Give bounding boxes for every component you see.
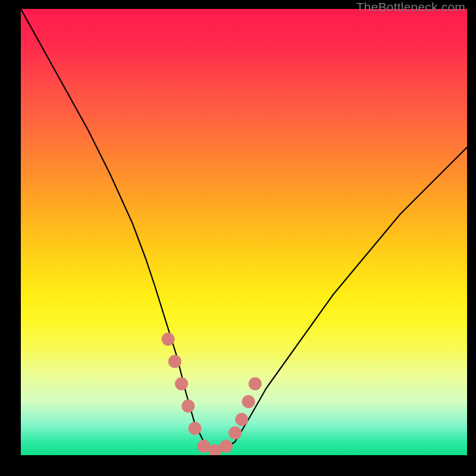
highlight-dot: [242, 395, 255, 408]
highlight-dot: [168, 355, 181, 368]
highlight-dot: [220, 440, 233, 453]
bottleneck-curve: [21, 9, 467, 451]
highlight-dot: [198, 440, 211, 453]
highlight-dot: [228, 427, 242, 440]
highlight-dots-group: [162, 333, 262, 455]
highlight-dot: [235, 413, 248, 426]
highlight-dot: [189, 422, 202, 435]
chart-frame: TheBottleneck.com: [0, 0, 476, 476]
highlight-dot: [249, 377, 262, 390]
highlight-dot: [208, 444, 221, 456]
highlight-dot: [162, 333, 175, 346]
plot-area: [21, 9, 467, 455]
watermark-text: TheBottleneck.com: [356, 0, 465, 14]
highlight-dot: [175, 377, 188, 390]
highlight-dot: [181, 400, 195, 413]
curve-svg: [21, 9, 467, 455]
